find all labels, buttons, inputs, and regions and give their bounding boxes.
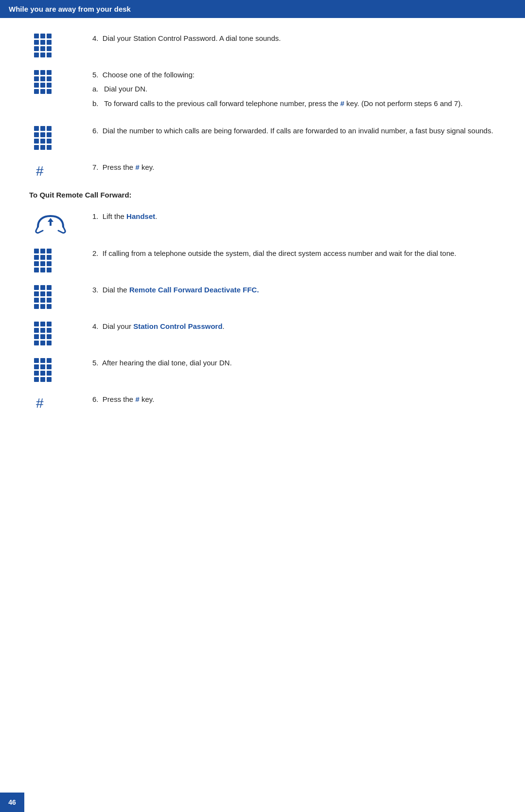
step-4-block: 4. Dial your Station Control Password. A… bbox=[29, 33, 496, 57]
bottom-step-3-text: 3. Dial the Remote Call Forward Deactiva… bbox=[92, 284, 496, 296]
handset-icon bbox=[34, 212, 68, 236]
page-header: While you are away from your desk bbox=[0, 0, 525, 18]
section-title: To Quit Remote Call Forward: bbox=[29, 191, 496, 199]
bottom-step-6-icon: # bbox=[29, 394, 92, 411]
bottom-step-3-block: 3. Dial the Remote Call Forward Deactiva… bbox=[29, 284, 496, 309]
bottom-step-4-icon bbox=[29, 321, 92, 345]
step-5-sublist: a. Dial your DN. b. To forward calls to … bbox=[92, 84, 496, 109]
bottom-step-2-icon bbox=[29, 248, 92, 272]
main-content: 4. Dial your Station Control Password. A… bbox=[0, 33, 525, 462]
step-4-text: 4. Dial your Station Control Password. A… bbox=[92, 33, 496, 44]
step-5-block: 5. Choose one of the following: a. Dial … bbox=[29, 69, 496, 113]
keypad-icon bbox=[34, 70, 52, 94]
bottom-step-1-text: 1. Lift the Handset. bbox=[92, 211, 496, 222]
step-7-block: # 7. Press the # key. bbox=[29, 162, 496, 179]
bottom-step-5-icon bbox=[29, 357, 92, 382]
keypad-icon bbox=[34, 358, 52, 382]
hash-icon: # bbox=[36, 163, 44, 179]
step-5-icon bbox=[29, 69, 92, 94]
keypad-icon bbox=[34, 34, 52, 57]
bottom-step-2-text: 2. If calling from a telephone outside t… bbox=[92, 248, 496, 259]
svg-marker-0 bbox=[48, 218, 53, 226]
step-4-icon bbox=[29, 33, 92, 57]
bottom-step-3-icon bbox=[29, 284, 92, 309]
sub-item-b: b. To forward calls to the previous call… bbox=[92, 98, 496, 109]
bottom-step-4-block: 4. Dial your Station Control Password. bbox=[29, 321, 496, 345]
step-6-block: 6. Dial the number to which calls are be… bbox=[29, 125, 496, 150]
bottom-step-1-block: 1. Lift the Handset. bbox=[29, 211, 496, 236]
bottom-step-4-text: 4. Dial your Station Control Password. bbox=[92, 321, 496, 332]
header-title: While you are away from your desk bbox=[9, 5, 131, 13]
page-number: 46 bbox=[0, 793, 24, 812]
bottom-step-1-icon bbox=[29, 211, 92, 236]
keypad-icon bbox=[34, 322, 52, 345]
bottom-step-5-text: 5. After hearing the dial tone, dial you… bbox=[92, 357, 496, 369]
bottom-step-6-text: 6. Press the # key. bbox=[92, 394, 496, 405]
step-6-icon bbox=[29, 125, 92, 150]
sub-item-a: a. Dial your DN. bbox=[92, 84, 496, 95]
step-7-text: 7. Press the # key. bbox=[92, 162, 496, 173]
step-5-text: 5. Choose one of the following: a. Dial … bbox=[92, 69, 496, 113]
keypad-icon bbox=[34, 249, 52, 272]
bottom-step-2-block: 2. If calling from a telephone outside t… bbox=[29, 248, 496, 272]
keypad-icon bbox=[34, 285, 52, 309]
bottom-step-6-block: # 6. Press the # key. bbox=[29, 394, 496, 411]
hash-icon: # bbox=[36, 396, 44, 411]
step-7-icon: # bbox=[29, 162, 92, 179]
keypad-icon bbox=[34, 126, 52, 150]
bottom-step-5-block: 5. After hearing the dial tone, dial you… bbox=[29, 357, 496, 382]
step-6-text: 6. Dial the number to which calls are be… bbox=[92, 125, 496, 137]
